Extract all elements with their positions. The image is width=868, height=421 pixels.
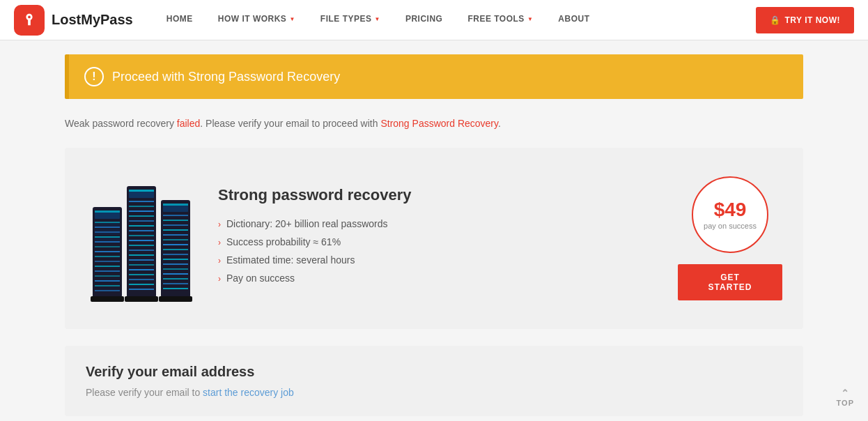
- list-item: › Pay on success: [218, 273, 657, 284]
- verify-title: Verify your email address: [86, 364, 782, 380]
- verify-section: Verify your email address Please verify …: [65, 346, 803, 416]
- svg-rect-25: [129, 201, 154, 202]
- svg-rect-14: [95, 261, 120, 262]
- svg-rect-52: [163, 234, 188, 236]
- svg-rect-26: [129, 206, 154, 207]
- price-circle: $49 pay on success: [692, 176, 768, 253]
- svg-rect-43: [129, 289, 154, 290]
- warning-icon: !: [84, 67, 104, 86]
- warning-banner: ! Proceed with Strong Password Recovery: [65, 54, 803, 99]
- nav-pricing[interactable]: PRICING: [393, 0, 456, 40]
- svg-rect-53: [163, 239, 188, 240]
- svg-rect-48: [163, 215, 188, 216]
- feature-list: › Dictionary: 20+ billion real passwords…: [218, 218, 657, 284]
- svg-rect-34: [129, 245, 154, 246]
- svg-rect-51: [163, 229, 188, 231]
- svg-rect-35: [129, 250, 154, 251]
- svg-rect-38: [129, 264, 154, 266]
- svg-rect-8: [95, 231, 120, 233]
- price-area: $49 pay on success GET STARTED: [678, 176, 782, 300]
- weak-message: Weak password recovery failed. Please ve…: [65, 116, 803, 131]
- svg-rect-9: [95, 236, 120, 238]
- svg-rect-44: [125, 296, 158, 302]
- svg-rect-22: [127, 186, 156, 298]
- svg-rect-41: [129, 279, 154, 280]
- verify-subtitle: Please verify your email to start the re…: [86, 387, 782, 398]
- svg-rect-17: [95, 275, 120, 277]
- svg-rect-11: [95, 246, 120, 247]
- svg-rect-33: [129, 240, 154, 241]
- recovery-job-link[interactable]: start the recovery job: [203, 387, 294, 398]
- nav-about[interactable]: ABOUT: [545, 0, 602, 40]
- svg-rect-12: [95, 251, 120, 252]
- svg-rect-49: [163, 220, 188, 221]
- svg-rect-56: [163, 254, 188, 255]
- svg-rect-64: [159, 296, 192, 302]
- chevron-down-icon: ▼: [527, 16, 533, 22]
- lock-icon: 🔒: [770, 15, 781, 25]
- server-illustration: [86, 169, 197, 308]
- svg-rect-27: [129, 210, 154, 212]
- svg-rect-21: [91, 296, 124, 302]
- strong-recovery-link[interactable]: Strong Password Recovery: [380, 118, 498, 129]
- svg-rect-50: [163, 224, 188, 226]
- svg-rect-28: [129, 215, 154, 217]
- main-nav: HOME HOW IT WORKS ▼ FILE TYPES ▼ PRICING…: [154, 0, 742, 40]
- logo-icon: [14, 5, 45, 36]
- svg-rect-20: [95, 290, 120, 291]
- svg-rect-24: [129, 190, 154, 192]
- svg-rect-15: [95, 266, 120, 267]
- svg-rect-37: [129, 259, 154, 261]
- get-started-button[interactable]: GET STARTED: [678, 264, 782, 300]
- svg-rect-10: [95, 241, 120, 243]
- main-content: ! Proceed with Strong Password Recovery …: [51, 40, 817, 421]
- svg-rect-58: [163, 263, 188, 265]
- svg-rect-40: [129, 274, 154, 275]
- try-now-button[interactable]: 🔒 TRY IT NOW!: [756, 7, 854, 33]
- svg-rect-18: [95, 280, 120, 282]
- svg-rect-57: [163, 259, 188, 260]
- svg-rect-32: [129, 235, 154, 236]
- card-title: Strong password recovery: [218, 186, 657, 204]
- nav-file-types[interactable]: FILE TYPES ▼: [308, 0, 393, 40]
- logo[interactable]: LostMyPass: [14, 5, 133, 36]
- price-label: pay on success: [704, 221, 757, 231]
- svg-rect-19: [95, 285, 120, 286]
- recovery-card: Strong password recovery › Dictionary: 2…: [65, 148, 803, 329]
- banner-text: Proceed with Strong Password Recovery: [112, 70, 340, 84]
- svg-rect-29: [129, 220, 154, 222]
- nav-home[interactable]: HOME: [154, 0, 206, 40]
- svg-rect-63: [163, 288, 188, 289]
- arrow-up-icon: ⌃: [841, 388, 850, 399]
- svg-rect-59: [163, 268, 188, 270]
- svg-rect-39: [129, 269, 154, 270]
- chevron-right-icon: ›: [218, 256, 221, 266]
- svg-rect-60: [163, 273, 188, 275]
- svg-rect-5: [95, 210, 120, 213]
- list-item: › Success probability ≈ 61%: [218, 236, 657, 247]
- top-button[interactable]: ⌃ TOP: [837, 388, 854, 407]
- nav-free-tools[interactable]: FREE TOOLS ▼: [455, 0, 545, 40]
- svg-rect-6: [95, 222, 120, 223]
- svg-rect-47: [163, 204, 188, 206]
- svg-rect-13: [95, 256, 120, 257]
- chevron-down-icon: ▼: [374, 16, 380, 22]
- svg-rect-54: [163, 244, 188, 245]
- svg-rect-7: [95, 227, 120, 228]
- svg-rect-16: [95, 270, 120, 272]
- list-item: › Estimated time: several hours: [218, 254, 657, 266]
- svg-rect-31: [129, 230, 154, 231]
- card-content: Strong password recovery › Dictionary: 2…: [218, 186, 657, 291]
- svg-rect-55: [163, 249, 188, 250]
- chevron-right-icon: ›: [218, 238, 221, 247]
- svg-rect-62: [163, 283, 188, 284]
- price-amount: $49: [714, 199, 747, 221]
- chevron-right-icon: ›: [218, 274, 221, 284]
- svg-rect-36: [129, 254, 154, 256]
- chevron-right-icon: ›: [218, 220, 221, 229]
- svg-rect-61: [163, 278, 188, 280]
- logo-text: LostMyPass: [52, 12, 133, 28]
- list-item: › Dictionary: 20+ billion real passwords: [218, 218, 657, 229]
- svg-rect-30: [129, 225, 154, 227]
- nav-how-it-works[interactable]: HOW IT WORKS ▼: [206, 0, 308, 40]
